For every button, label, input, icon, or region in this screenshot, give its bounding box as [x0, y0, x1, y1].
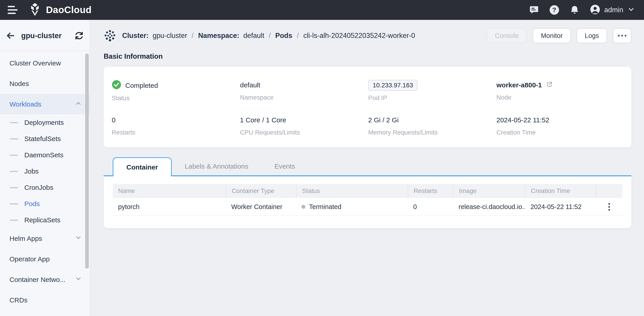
cell-status: Terminated	[296, 203, 408, 211]
status-dot-icon	[302, 205, 305, 209]
back-arrow-icon[interactable]	[6, 31, 15, 41]
dash-icon	[10, 138, 18, 139]
username: admin	[604, 6, 623, 14]
container-table-panel: Name Container Type Status Restarts Imag…	[104, 176, 632, 228]
chevron-down-icon	[75, 234, 82, 243]
node-value: worker-a800-1	[496, 81, 542, 89]
cell-name: pytorch	[113, 203, 226, 211]
status-value: Completed	[125, 82, 158, 89]
field-restarts: 0 Restarts	[112, 115, 240, 136]
sidebar-item-cluster-overview[interactable]: Cluster Overview	[0, 53, 90, 73]
node-label: Node	[496, 94, 624, 101]
sidebar-menu: Cluster Overview Nodes Workloads Deploym…	[0, 51, 90, 310]
brand-name: DaoCloud	[46, 5, 92, 15]
creation-time-value: 2024-05-22 11:52	[496, 115, 624, 125]
cluster-dots-icon	[104, 29, 116, 42]
console-button[interactable]: Console	[487, 28, 527, 43]
pod-ip-label: Pod IP	[368, 94, 496, 102]
logs-button[interactable]: Logs	[577, 28, 607, 43]
hamburger-menu-icon[interactable]	[8, 6, 18, 14]
message-icon[interactable]	[529, 5, 539, 15]
sidebar-item-replicasets[interactable]: ReplicaSets	[0, 212, 90, 228]
sidebar-item-deployments[interactable]: Deployments	[0, 114, 90, 131]
dash-icon	[10, 203, 18, 205]
refresh-swap-icon[interactable]	[74, 31, 84, 40]
cell-restarts: 0	[408, 203, 453, 211]
cell-status-text: Terminated	[309, 203, 341, 211]
breadcrumb-cluster-value[interactable]: gpu-cluster	[152, 32, 187, 40]
sidebar-item-statefulsets[interactable]: StatefulSets	[0, 131, 90, 147]
external-link-icon	[546, 81, 553, 89]
breadcrumb-separator: /	[192, 32, 194, 40]
topbar: DaoCloud ?	[0, 0, 644, 20]
field-node: worker-a800-1 Node	[496, 80, 624, 102]
status-label: Status	[112, 95, 240, 102]
col-header-image: Image	[453, 184, 525, 198]
row-kebab-menu-icon[interactable]	[606, 201, 612, 213]
bell-icon[interactable]	[570, 5, 580, 15]
node-link[interactable]: worker-a800-1	[496, 80, 624, 90]
sidebar-item-pods[interactable]: Pods	[0, 196, 90, 212]
brand-logo[interactable]: DaoCloud	[28, 3, 92, 17]
sidebar-item-container-network[interactable]: Container Netwo...	[0, 269, 90, 290]
breadcrumb-pod-name: cli-ls-alh-20240522035242-worker-0	[303, 32, 415, 40]
namespace-label: Namespace	[240, 94, 368, 101]
col-header-container-type: Container Type	[226, 184, 296, 198]
help-icon[interactable]: ?	[549, 5, 559, 15]
cluster-name-title: gpu-cluster	[21, 31, 68, 40]
field-status: Completed Status	[112, 80, 240, 102]
app-root: DaoCloud ?	[0, 0, 644, 316]
cell-container-type: Worker Container	[226, 203, 296, 211]
sidebar-item-jobs[interactable]: Jobs	[0, 163, 90, 180]
sidebar-item-daemonsets[interactable]: DaemonSets	[0, 147, 90, 163]
sidebar-item-crds[interactable]: CRDs	[0, 290, 90, 310]
sidebar-scrollbar[interactable]	[85, 54, 89, 269]
breadcrumb-separator: /	[269, 32, 271, 40]
cpu-value: 1 Core / 1 Core	[240, 115, 368, 125]
basic-information-card: Completed Status default Namespace 10.23…	[104, 67, 632, 147]
col-header-restarts: Restarts	[408, 184, 453, 198]
field-pod-ip: 10.233.97.163 Pod IP	[368, 80, 496, 102]
namespace-value: default	[240, 80, 368, 90]
sidebar-item-operator-app[interactable]: Operator App	[0, 249, 90, 269]
sidebar-item-nodes[interactable]: Nodes	[0, 73, 90, 94]
sidebar: gpu-cluster Cluster Overview Nodes Workl…	[0, 20, 90, 316]
col-header-status: Status	[296, 184, 408, 198]
breadcrumb-namespace-value[interactable]: default	[243, 32, 264, 40]
table-header-row: Name Container Type Status Restarts Imag…	[113, 184, 622, 198]
dash-icon	[10, 187, 18, 188]
tab-events[interactable]: Events	[262, 157, 308, 175]
more-actions-button[interactable]	[613, 28, 632, 43]
sidebar-item-helm-apps[interactable]: Helm Apps	[0, 228, 90, 249]
cell-image: release-ci.daocloud.io...	[453, 203, 525, 211]
cpu-label: CPU Requests/Limits	[240, 129, 368, 136]
field-memory: 2 Gi / 2 Gi Memory Requests/Limits	[368, 115, 496, 136]
col-header-name: Name	[113, 184, 226, 198]
check-circle-icon	[112, 80, 121, 91]
field-cpu: 1 Core / 1 Core CPU Requests/Limits	[240, 115, 368, 136]
monitor-button[interactable]: Monitor	[533, 28, 571, 43]
tab-labels-annotations[interactable]: Labels & Annotations	[172, 157, 262, 175]
chevron-down-icon	[75, 275, 82, 284]
basic-information-title: Basic Information	[104, 52, 632, 61]
field-namespace: default Namespace	[240, 80, 368, 102]
memory-value: 2 Gi / 2 Gi	[368, 115, 496, 125]
breadcrumb-cluster-label: Cluster:	[122, 32, 148, 40]
restarts-label: Restarts	[112, 129, 240, 136]
tab-container[interactable]: Container	[113, 157, 172, 176]
sidebar-item-cronjobs[interactable]: CronJobs	[0, 180, 90, 196]
breadcrumb: Cluster: gpu-cluster / Namespace: defaul…	[104, 27, 632, 44]
field-creation-time: 2024-05-22 11:52 Creation Time	[496, 115, 624, 136]
table-row[interactable]: pytorch Worker Container Terminated 0 re…	[113, 198, 622, 216]
daocloud-logo-icon	[28, 3, 42, 17]
chevron-up-icon	[75, 100, 82, 109]
dash-icon	[10, 171, 18, 172]
cell-creation-time: 2024-05-22 11:52	[525, 203, 596, 211]
user-menu[interactable]: admin	[590, 4, 635, 16]
sidebar-item-workloads[interactable]: Workloads	[0, 94, 90, 114]
breadcrumb-separator: /	[297, 32, 299, 40]
avatar-icon	[590, 4, 600, 16]
breadcrumb-pods[interactable]: Pods	[275, 32, 292, 40]
dash-icon	[10, 122, 18, 123]
main-content: Cluster: gpu-cluster / Namespace: defaul…	[90, 20, 644, 316]
